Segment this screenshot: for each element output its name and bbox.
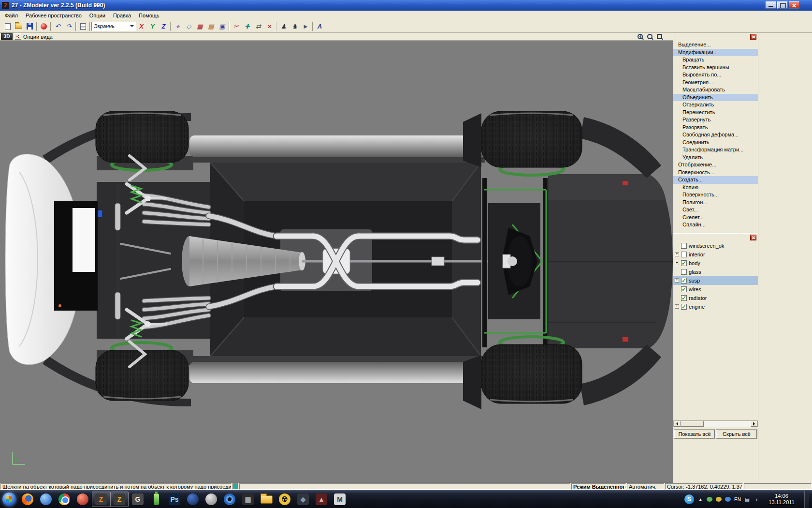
car-model-bottom-view[interactable]: z — [0, 41, 673, 483]
text-tool-button[interactable]: A — [314, 21, 325, 32]
command-item[interactable]: Полигон... — [673, 199, 758, 207]
command-item[interactable]: Поверхность... — [673, 169, 758, 177]
visibility-checkbox[interactable] — [681, 260, 687, 266]
show-all-button[interactable]: Показать всё — [674, 430, 715, 438]
screen-mode-dropdown[interactable]: Экраннь — [91, 22, 136, 31]
expand-icon[interactable]: + — [675, 304, 679, 309]
command-item[interactable]: Свободная деформа... — [673, 131, 758, 139]
run-figure-button[interactable]: ♞ — [289, 21, 300, 32]
photoshop-icon[interactable]: Ps — [165, 492, 184, 507]
command-item[interactable]: Скелет... — [673, 214, 758, 222]
command-item[interactable]: Отображение... — [673, 161, 758, 169]
command-item[interactable]: Удалить — [673, 154, 758, 162]
expand-icon[interactable]: + — [675, 278, 679, 283]
command-item[interactable]: Создать... — [673, 176, 758, 184]
poly-mode-button[interactable]: ▤ — [205, 21, 217, 32]
scene-object-row[interactable]: + windscreen_ok — [673, 241, 758, 250]
notes-button[interactable] — [77, 21, 88, 32]
zoom-out-icon[interactable] — [647, 33, 653, 40]
animation-button[interactable]: ► — [300, 21, 311, 32]
zmodeler2-icon[interactable]: Z — [110, 492, 129, 507]
expand-icon[interactable]: + — [675, 261, 679, 265]
skype-icon[interactable]: S — [684, 494, 694, 504]
minimize-button[interactable] — [766, 1, 776, 9]
expand-icon[interactable]: + — [675, 252, 679, 256]
tree-horizontal-scrollbar[interactable] — [673, 420, 758, 427]
command-item[interactable]: Переместить — [673, 109, 758, 117]
dark-grid-app-icon[interactable]: ▦ — [239, 492, 257, 507]
close-scene-tree-button[interactable] — [750, 235, 756, 240]
auto-mode-field[interactable]: Автоматич. — [627, 483, 664, 490]
zoom-in-icon[interactable] — [637, 33, 644, 40]
command-item[interactable]: Копию — [673, 184, 758, 192]
m-letter-app-icon[interactable]: M — [331, 492, 349, 507]
menu-item[interactable]: Правка — [109, 12, 135, 19]
view-back-button[interactable]: < — [14, 33, 21, 40]
visibility-checkbox[interactable] — [681, 295, 687, 301]
blue-globe-icon[interactable] — [37, 492, 55, 507]
command-item[interactable]: Объединить — [673, 94, 758, 102]
axis-z-button[interactable]: Z — [158, 21, 169, 32]
scroll-left-button[interactable] — [674, 421, 681, 427]
scroll-right-button[interactable] — [751, 421, 757, 427]
undo-button[interactable]: ↶ — [52, 21, 63, 32]
selection-mode-field[interactable]: Режим Выделенного — [571, 483, 626, 490]
command-item[interactable]: Выровнять по... — [673, 71, 758, 79]
menu-item[interactable]: Опции — [86, 12, 109, 19]
detach-tool-button[interactable]: × — [264, 21, 275, 32]
antivirus-tray-icon[interactable] — [707, 497, 712, 502]
scene-object-row[interactable]: + body — [673, 259, 758, 268]
firefox-icon[interactable] — [18, 492, 37, 507]
start-button[interactable] — [0, 492, 18, 507]
command-item[interactable]: Поверхность... — [673, 191, 758, 199]
visibility-checkbox[interactable] — [681, 286, 687, 292]
rear-axle-assembly[interactable] — [482, 178, 548, 347]
zmodeler-icon[interactable]: Z — [92, 492, 110, 507]
save-file-button[interactable] — [24, 21, 35, 32]
cut-tool-button[interactable]: ✂ — [231, 21, 242, 32]
scroll-thumb[interactable] — [681, 421, 704, 427]
scene-object-row[interactable]: + engine — [673, 302, 758, 311]
visibility-checkbox[interactable] — [681, 278, 687, 284]
menu-item[interactable]: Файл — [1, 12, 22, 19]
dark-blue-orb-icon[interactable] — [184, 492, 202, 507]
new-file-button[interactable] — [2, 21, 13, 32]
weld-tool-button[interactable]: ✚ — [242, 21, 253, 32]
face-mode-button[interactable]: ▦ — [194, 21, 205, 32]
walk-figure-button[interactable]: ♟ — [278, 21, 289, 32]
command-item[interactable]: Трансформация матри... — [673, 146, 758, 154]
command-item[interactable]: Вращать — [673, 56, 758, 64]
command-item[interactable]: Масштабировать — [673, 86, 758, 94]
command-item[interactable]: Соединить — [673, 139, 758, 147]
scene-object-row[interactable]: + radiator — [673, 294, 758, 302]
open-file-button[interactable] — [13, 21, 24, 32]
edge-mode-button[interactable]: ◇ — [183, 21, 194, 32]
taskbar-clock[interactable]: 14:06 13.11.2011 — [763, 493, 800, 506]
axis-y-button[interactable]: Y — [147, 21, 158, 32]
view-mode-3d-button[interactable]: 3D — [1, 33, 13, 40]
dark-app-icon[interactable]: ◆ — [294, 492, 312, 507]
command-item[interactable]: Отзеркалить — [673, 101, 758, 109]
green-bottle-icon[interactable] — [147, 492, 165, 507]
command-item[interactable]: Выделение... — [673, 41, 758, 49]
zoom-region-icon[interactable] — [656, 33, 663, 40]
command-item[interactable]: Разорвать — [673, 124, 758, 132]
scene-object-row[interactable]: + susp — [673, 276, 758, 285]
visibility-checkbox[interactable] — [681, 243, 687, 249]
command-item[interactable]: Модификации... — [673, 49, 758, 57]
object-mode-button[interactable]: ▣ — [217, 21, 228, 32]
maximize-button[interactable] — [777, 1, 788, 9]
vertex-mode-button[interactable]: ⌖ — [172, 21, 183, 32]
blue-disc-icon[interactable] — [220, 492, 239, 507]
g-letter-app-icon[interactable]: G — [129, 492, 147, 507]
red-orb-icon[interactable] — [73, 492, 92, 507]
command-item[interactable]: Развернуть — [673, 116, 758, 124]
show-desktop-button[interactable] — [804, 491, 809, 508]
update-tray-icon[interactable] — [716, 497, 722, 502]
language-indicator[interactable]: EN — [734, 497, 741, 502]
command-item[interactable]: Сплайн... — [673, 221, 758, 229]
command-item[interactable]: Геометрия... — [673, 79, 758, 87]
volume-tray-icon[interactable]: ♪ — [754, 497, 759, 502]
redo-button[interactable]: ↷ — [63, 21, 74, 32]
menu-item[interactable]: Помощь — [135, 12, 163, 19]
